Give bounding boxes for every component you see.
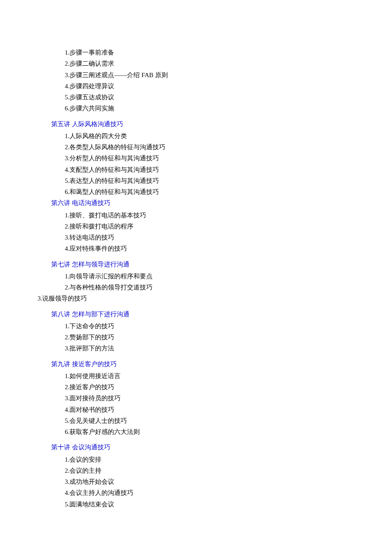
list-item: 2.与各种性格的领导打交道技巧 <box>51 282 392 293</box>
list-item: 1.下达命令的技巧 <box>51 321 392 332</box>
list-item: 3.步骤三阐述观点——介绍 FAB 原则 <box>51 69 392 81</box>
section-8: 第八讲 怎样与部下进行沟通 1.下达命令的技巧 2.赞扬部下的技巧 3.批评部下… <box>51 309 392 354</box>
section-7: 第七讲 怎样与领导进行沟通 1.向领导请示汇报的程序和要点 2.与各种性格的领导… <box>51 259 392 304</box>
list-item: 5.步骤五达成协议 <box>51 92 392 103</box>
section-heading: 第十讲 会议沟通技巧 <box>51 442 392 453</box>
list-item: 6.步骤六共同实施 <box>51 103 392 114</box>
list-item: 5.会见关键人士的技巧 <box>51 415 392 426</box>
list-item: 1.会议的安排 <box>51 454 392 465</box>
list-item: 2.步骤二确认需求 <box>51 58 392 69</box>
list-item: 1.向领导请示汇报的程序和要点 <box>51 271 392 282</box>
list-item: 6.和蔼型人的特征和与其沟通技巧 <box>51 186 392 197</box>
section-9: 第九讲 接近客户的技巧 1.如何使用接近语言 2.接近客户的技巧 3.面对接待员… <box>51 358 392 438</box>
list-item: 4.会议主持人的沟通技巧 <box>51 487 392 498</box>
list-item: 4.支配型人的特征和与其沟通技巧 <box>51 164 392 175</box>
list-item: 3.批评部下的方法 <box>51 343 392 354</box>
section-5: 第五讲 人际风格沟通技巧 1.人际风格的四大分类 2.各类型人际风格的特征与沟通… <box>51 119 392 198</box>
list-item: 1.人际风格的四大分类 <box>51 130 392 142</box>
section-heading: 第七讲 怎样与领导进行沟通 <box>51 259 392 270</box>
section-heading: 第六讲 电话沟通技巧 <box>51 197 392 208</box>
section-heading: 第五讲 人际风格沟通技巧 <box>51 119 392 130</box>
list-item: 4.步骤四处理异议 <box>51 81 392 92</box>
list-item: 4.面对秘书的技巧 <box>51 404 392 415</box>
list-item: 6.获取客户好感的六大法则 <box>51 426 392 437</box>
list-item: 1.接听、拨打电话的基本技巧 <box>51 210 392 221</box>
list-item: 2.接听和拨打电话的程序 <box>51 221 392 232</box>
list-item: 1.步骤一事前准备 <box>51 47 392 58</box>
section-heading: 第八讲 怎样与部下进行沟通 <box>51 309 392 320</box>
list-item: 2.赞扬部下的技巧 <box>51 332 392 343</box>
intro-section: 1.步骤一事前准备 2.步骤二确认需求 3.步骤三阐述观点——介绍 FAB 原则… <box>51 47 392 114</box>
list-item: 3.成功地开始会议 <box>51 476 392 487</box>
list-item: 4.应对特殊事件的技巧 <box>51 243 392 254</box>
section-10: 第十讲 会议沟通技巧 1.会议的安排 2.会议的主持 3.成功地开始会议 4.会… <box>51 442 392 510</box>
list-item: 2.接近客户的技巧 <box>51 382 392 393</box>
list-item: 3.面对接待员的技巧 <box>51 393 392 404</box>
list-item: 3.转达电话的技巧 <box>51 232 392 243</box>
list-item: 5.表达型人的特征和与其沟通技巧 <box>51 175 392 186</box>
section-heading: 第九讲 接近客户的技巧 <box>51 358 392 370</box>
list-item: 2.会议的主持 <box>51 465 392 476</box>
list-item: 2.各类型人际风格的特征与沟通技巧 <box>51 142 392 153</box>
list-item: 3.分析型人的特征和与其沟通技巧 <box>51 153 392 164</box>
list-item: 3.说服领导的技巧 <box>37 293 392 304</box>
section-6: 第六讲 电话沟通技巧 1.接听、拨打电话的基本技巧 2.接听和拨打电话的程序 3… <box>51 197 392 254</box>
list-item: 5.圆满地结束会议 <box>51 499 392 510</box>
list-item: 1.如何使用接近语言 <box>51 370 392 382</box>
